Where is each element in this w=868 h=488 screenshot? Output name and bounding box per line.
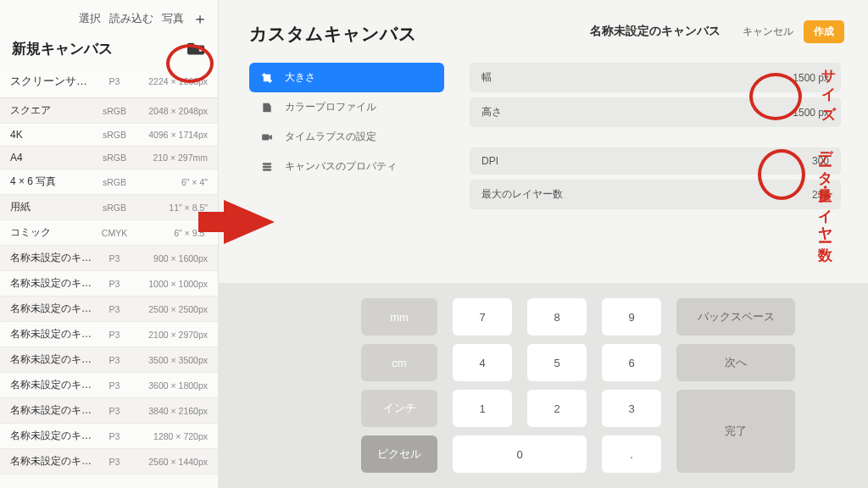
- layers-value: 234: [812, 189, 829, 201]
- nav-label: タイムラプスの設定: [285, 130, 376, 144]
- preset-dims: 11" × 8.5": [131, 202, 208, 213]
- add-icon[interactable]: ＋: [192, 8, 208, 29]
- nav-item-sliders[interactable]: キャンバスのプロパティ: [249, 152, 444, 181]
- digit-6-button[interactable]: 6: [602, 344, 661, 381]
- cancel-button[interactable]: キャンセル: [732, 20, 804, 43]
- nav-label: キャンバスのプロパティ: [285, 159, 397, 174]
- video-icon: [261, 131, 273, 143]
- preset-name: 4K: [10, 129, 97, 141]
- layers-field[interactable]: 最大のレイヤー数 234: [470, 180, 841, 209]
- digit-4-button[interactable]: 4: [453, 344, 512, 381]
- nav-item-video[interactable]: タイムラプスの設定: [249, 122, 444, 152]
- preset-dims: 2500 × 2500px: [131, 304, 208, 314]
- unit-inch-button[interactable]: インチ: [361, 390, 437, 427]
- preset-row[interactable]: 名称未設定のキャンバスP32100 × 2970px: [0, 322, 218, 347]
- preset-row[interactable]: 名称未設定のキャンバスP3900 × 1600px: [0, 246, 218, 271]
- preset-space: sRGB: [97, 177, 131, 187]
- svg-rect-4: [263, 163, 272, 164]
- nav-item-crop[interactable]: 大きさ: [249, 63, 444, 92]
- preset-space: P3: [97, 355, 131, 365]
- preset-name: 名称未設定のキャンバス: [10, 251, 97, 265]
- preset-row[interactable]: スクエアsRGB2048 × 2048px: [0, 98, 218, 124]
- preset-space: P3: [97, 279, 131, 289]
- unit-cm-button[interactable]: cm: [361, 344, 437, 381]
- digit-8-button[interactable]: 8: [527, 298, 587, 336]
- custom-canvas-panel: カスタムキャンバス 名称未設定のキャンバス キャンセル 作成 大きさカラープロフ…: [219, 0, 868, 488]
- preset-space: sRGB: [97, 106, 131, 116]
- create-button[interactable]: 作成: [804, 20, 844, 43]
- preset-row[interactable]: 用紙sRGB11" × 8.5": [0, 195, 218, 220]
- svg-rect-3: [262, 134, 269, 140]
- height-field[interactable]: 高さ 1500 px: [470, 97, 841, 127]
- preset-dims: 3840 × 2160px: [131, 406, 208, 416]
- dpi-value: 300: [812, 155, 829, 167]
- panel-title: カスタムキャンバス: [249, 22, 590, 46]
- svg-point-2: [199, 48, 203, 52]
- preset-space: CMYK: [97, 228, 131, 238]
- preset-dims: 6" × 4": [131, 177, 208, 187]
- width-field[interactable]: 幅 1500 px: [470, 63, 841, 92]
- preset-row[interactable]: 4 × 6 写真sRGB6" × 4": [0, 169, 218, 195]
- next-button[interactable]: 次へ: [676, 344, 795, 381]
- digit-5-button[interactable]: 5: [527, 344, 587, 381]
- preset-row[interactable]: 名称未設定のキャンバスP33600 × 1800px: [0, 373, 218, 398]
- preset-name: 名称未設定のキャンバス: [10, 403, 97, 418]
- preset-name: コミック: [10, 225, 97, 240]
- dpi-label: DPI: [481, 155, 498, 167]
- select-button[interactable]: 選択: [79, 11, 101, 26]
- height-label: 高さ: [481, 105, 502, 119]
- digit-1-button[interactable]: 1: [453, 390, 512, 427]
- unit-pixel-button[interactable]: ピクセル: [361, 435, 437, 473]
- preset-name: スクエア: [10, 103, 97, 118]
- folder-icon[interactable]: [187, 42, 206, 56]
- preset-row[interactable]: A4sRGB210 × 297mm: [0, 147, 218, 169]
- preset-list[interactable]: スクリーンサイズP32224 × 1668pxスクエアsRGB2048 × 20…: [0, 67, 218, 488]
- digit-0-button[interactable]: 0: [453, 435, 587, 473]
- nav-item-palette[interactable]: カラープロファイル: [249, 92, 444, 122]
- done-button[interactable]: 完了: [676, 390, 795, 473]
- preset-space: P3: [97, 380, 131, 391]
- preset-row[interactable]: 名称未設定のキャンバスP31280 × 720px: [0, 424, 218, 449]
- preset-row[interactable]: 名称未設定のキャンバスP32500 × 2500px: [0, 297, 218, 322]
- photo-button[interactable]: 写真: [162, 11, 184, 26]
- preset-name: 名称未設定のキャンバス: [10, 378, 97, 392]
- settings-nav: 大きさカラープロファイルタイムラプスの設定キャンバスのプロパティ: [249, 63, 444, 209]
- preset-row[interactable]: 名称未設定のキャンバスP31000 × 1000px: [0, 271, 218, 297]
- sliders-icon: [261, 161, 273, 173]
- preset-dims: 2560 × 1440px: [131, 457, 208, 467]
- digit-2-button[interactable]: 2: [527, 390, 587, 427]
- preset-name: 名称未設定のキャンバス: [10, 276, 97, 291]
- preset-name: 名称未設定のキャンバス: [10, 327, 97, 341]
- preset-dims: 6" × 9.5": [131, 228, 208, 238]
- svg-rect-5: [263, 165, 272, 167]
- preset-row[interactable]: 名称未設定のキャンバスP33840 × 2160px: [0, 398, 218, 424]
- preset-space: sRGB: [97, 202, 131, 213]
- nav-label: 大きさ: [285, 70, 315, 85]
- preset-space: P3: [97, 431, 131, 441]
- preset-dims: 1280 × 720px: [131, 431, 208, 441]
- canvas-name: 名称未設定のキャンバス: [590, 24, 721, 39]
- digit-7-button[interactable]: 7: [453, 298, 512, 336]
- panel-header: カスタムキャンバス 名称未設定のキャンバス キャンセル 作成: [249, 22, 844, 46]
- preset-name: 名称未設定のキャンバス: [10, 352, 97, 367]
- preset-row[interactable]: コミックCMYK6" × 9.5": [0, 220, 218, 246]
- digit-9-button[interactable]: 9: [602, 298, 661, 336]
- preset-dims: 3500 × 3500px: [131, 355, 208, 365]
- preset-row[interactable]: 4KsRGB4096 × 1714px: [0, 124, 218, 147]
- preset-row[interactable]: スクリーンサイズP32224 × 1668px: [0, 67, 218, 98]
- backspace-button[interactable]: バックスペース: [676, 298, 795, 336]
- dpi-field[interactable]: DPI 300: [470, 147, 841, 175]
- preset-row[interactable]: 名称未設定のキャンバスP32560 × 1440px: [0, 449, 218, 474]
- crop-icon: [261, 72, 273, 84]
- decimal-button[interactable]: .: [602, 435, 661, 473]
- svg-rect-1: [187, 42, 194, 47]
- sidebar-top-actions: 選択 読み込む 写真 ＋: [0, 0, 218, 34]
- palette-icon: [261, 102, 273, 114]
- digit-3-button[interactable]: 3: [602, 390, 661, 427]
- preset-space: P3: [97, 330, 131, 340]
- import-button[interactable]: 読み込む: [109, 11, 153, 26]
- dimension-fields: 幅 1500 px 高さ 1500 px DPI 300 最大のレイヤー数 23…: [470, 63, 841, 209]
- preset-name: 名称未設定のキャンバス: [10, 429, 97, 443]
- preset-row[interactable]: 名称未設定のキャンバスP33500 × 3500px: [0, 347, 218, 373]
- unit-mm-button[interactable]: mm: [361, 298, 437, 336]
